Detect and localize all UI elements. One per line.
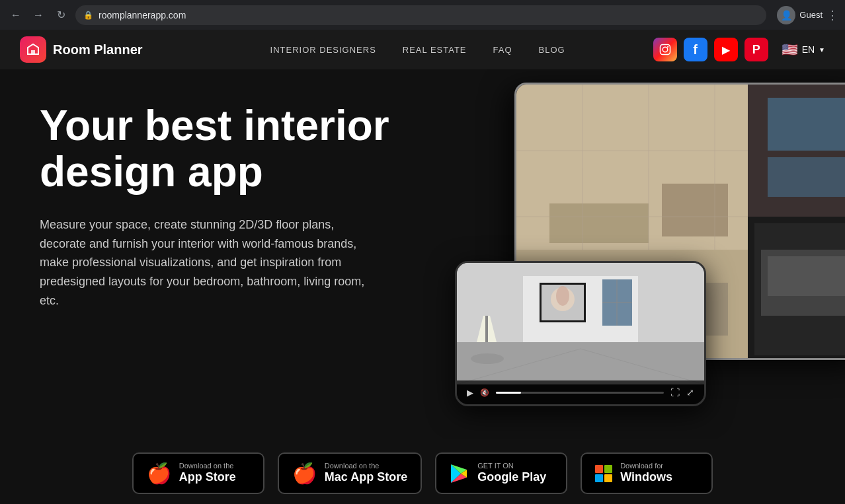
svg-point-2 <box>663 47 668 52</box>
mac-apple-icon: 🍎 <box>292 462 317 485</box>
app-store-text: Download on the App Store <box>179 462 236 485</box>
mac-app-store-text: Download on the Mac App Store <box>325 462 407 485</box>
video-progress-bar[interactable] <box>496 392 664 394</box>
app-store-button[interactable]: 🍎 Download on the App Store <box>132 452 264 494</box>
nav-real-estate[interactable]: REAL ESTATE <box>403 45 467 55</box>
facebook-icon[interactable]: f <box>684 38 707 61</box>
phone-mockup: ▶ 🔇 ⛶ ⤢ <box>455 261 706 406</box>
address-bar[interactable]: 🔒 roomplannerapp.com <box>75 5 766 25</box>
fullscreen-icon[interactable]: ⛶ <box>670 387 680 398</box>
youtube-icon[interactable]: ▶ <box>714 38 738 61</box>
logo-area[interactable]: Room Planner <box>20 36 143 63</box>
language-label: EN <box>802 44 815 55</box>
website: Room Planner INTERIOR DESIGNERS REAL EST… <box>0 30 845 504</box>
download-section: 🍎 Download on the App Store 🍎 Download o… <box>0 439 845 504</box>
language-selector[interactable]: 🇺🇸 EN ▼ <box>782 42 825 57</box>
guest-label: Guest <box>799 10 823 20</box>
mac-app-store-sub: Download on the <box>325 462 407 470</box>
apple-icon: 🍎 <box>147 462 171 485</box>
windows-sub: Download for <box>620 462 672 470</box>
hero-title: Your best interior design app <box>40 102 461 196</box>
nav-right: f ▶ P 🇺🇸 EN ▼ <box>653 38 825 61</box>
refresh-icon: ↻ <box>57 9 65 21</box>
instagram-icon[interactable] <box>653 38 677 61</box>
svg-rect-8 <box>768 98 845 151</box>
expand-icon[interactable]: ⤢ <box>686 387 694 398</box>
windows-icon <box>595 465 612 482</box>
refresh-button[interactable]: ↻ <box>52 6 70 24</box>
browser-chrome: ← → ↻ 🔒 roomplannerapp.com 👤 Guest ⋮ <box>0 0 845 30</box>
svg-rect-0 <box>31 50 35 54</box>
mac-app-store-main: Mac App Store <box>325 470 407 485</box>
progress-fill <box>496 392 521 394</box>
lock-icon: 🔒 <box>83 11 93 20</box>
browser-actions: 👤 Guest ⋮ <box>777 6 838 24</box>
hero-description: Measure your space, create stunning 2D/3… <box>40 215 383 310</box>
back-icon: ← <box>11 9 21 21</box>
play-pause-icon[interactable]: ▶ <box>467 388 473 398</box>
url-text: roomplannerapp.com <box>99 10 758 20</box>
user-avatar[interactable]: 👤 <box>777 6 795 24</box>
windows-text: Download for Windows <box>620 462 672 485</box>
chevron-down-icon: ▼ <box>819 46 825 54</box>
logo-text: Room Planner <box>53 42 143 57</box>
mute-icon[interactable]: 🔇 <box>480 388 489 397</box>
google-play-sub: GET IT ON <box>477 462 546 470</box>
back-button[interactable]: ← <box>7 6 25 24</box>
svg-rect-10 <box>549 203 649 243</box>
phone-controls: ▶ 🔇 ⛶ ⤢ <box>457 380 704 404</box>
navbar: Room Planner INTERIOR DESIGNERS REAL EST… <box>0 30 845 69</box>
svg-point-3 <box>667 46 668 48</box>
svg-point-37 <box>471 353 504 364</box>
phone-screen-svg <box>457 263 704 384</box>
google-play-text: GET IT ON Google Play <box>477 462 546 485</box>
pinterest-icon[interactable]: P <box>744 38 768 61</box>
hero-section: Your best interior design app Measure yo… <box>0 69 845 439</box>
svg-point-34 <box>556 286 569 306</box>
nav-links: INTERIOR DESIGNERS REAL ESTATE FAQ BLOG <box>182 45 653 55</box>
nav-faq[interactable]: FAQ <box>493 45 512 55</box>
browser-menu-icon[interactable]: ⋮ <box>826 8 838 22</box>
nav-interior-designers[interactable]: INTERIOR DESIGNERS <box>270 45 376 55</box>
app-store-main: App Store <box>179 470 236 485</box>
app-store-sub: Download on the <box>179 462 236 470</box>
svg-rect-9 <box>768 157 845 197</box>
svg-rect-1 <box>660 45 670 55</box>
forward-button[interactable]: → <box>29 6 48 24</box>
windows-main: Windows <box>620 470 672 485</box>
logo-icon <box>20 36 46 63</box>
svg-rect-36 <box>485 316 488 342</box>
svg-rect-11 <box>662 184 728 236</box>
browser-controls: ← → ↻ <box>7 6 70 24</box>
flag-icon: 🇺🇸 <box>782 42 798 57</box>
nav-blog[interactable]: BLOG <box>539 45 565 55</box>
google-play-main: Google Play <box>477 470 546 485</box>
svg-rect-20 <box>768 256 845 296</box>
google-play-button[interactable]: GET IT ON Google Play <box>435 452 567 494</box>
hero-content: Your best interior design app Measure yo… <box>40 96 461 419</box>
windows-button[interactable]: Download for Windows <box>581 452 713 494</box>
google-play-icon <box>450 464 469 484</box>
forward-icon: → <box>33 9 44 21</box>
mac-app-store-button[interactable]: 🍎 Download on the Mac App Store <box>278 452 422 494</box>
avatar-icon: 👤 <box>781 10 792 20</box>
hero-visual: ▶ 🔇 ⛶ ⤢ <box>422 83 845 426</box>
